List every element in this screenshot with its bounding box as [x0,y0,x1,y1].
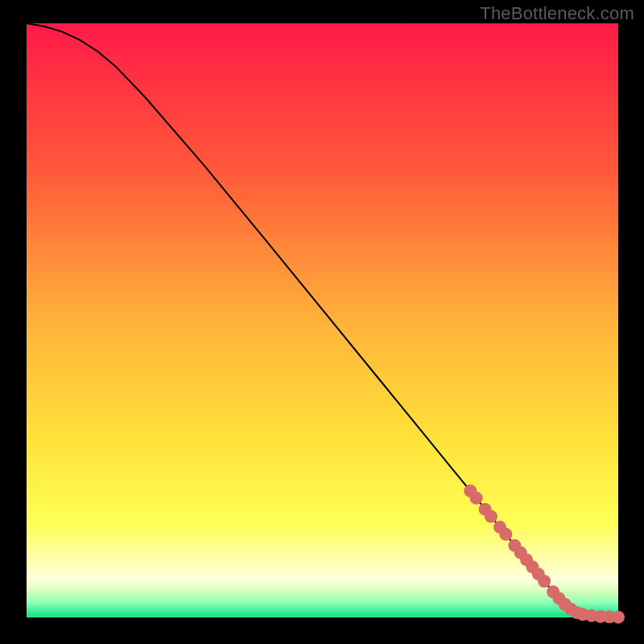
scatter-dot [470,492,483,505]
scatter-dot [499,528,512,541]
chart-canvas [0,0,644,644]
scatter-dot [485,510,497,523]
gradient-background [27,23,618,617]
scatter-dot [538,575,551,588]
watermark-text: TheBottleneck.com [480,3,634,24]
scatter-dot [612,611,625,624]
chart-wrapper: TheBottleneck.com [0,0,644,644]
